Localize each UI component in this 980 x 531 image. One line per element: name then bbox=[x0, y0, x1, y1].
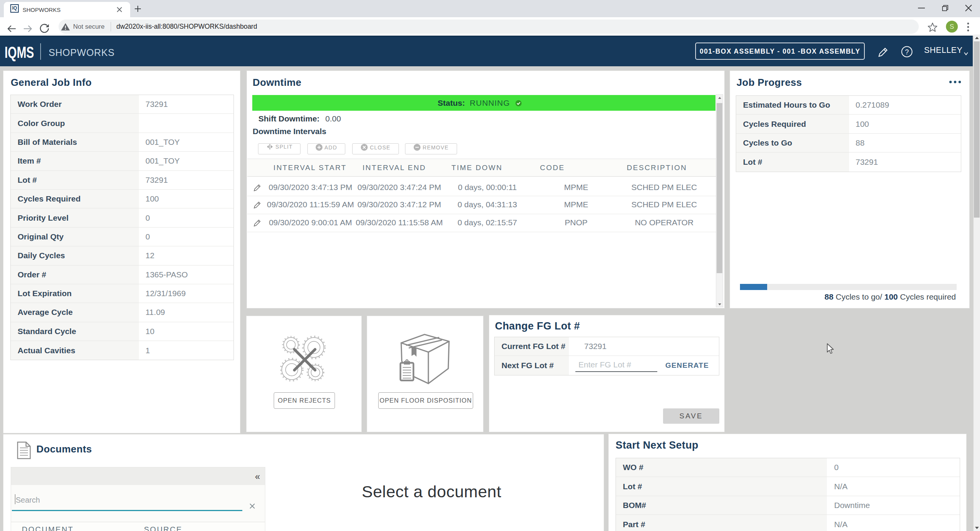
svg-text:?: ? bbox=[905, 48, 909, 56]
